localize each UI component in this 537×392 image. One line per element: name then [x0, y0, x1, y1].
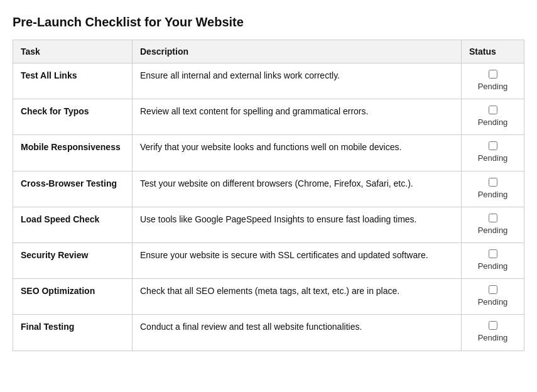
- col-header-status: Status: [462, 40, 524, 63]
- status-cell: Pending: [462, 279, 524, 315]
- status-checkbox[interactable]: [489, 321, 497, 330]
- status-checkbox[interactable]: [489, 70, 497, 79]
- status-label: Pending: [478, 261, 508, 272]
- col-header-description: Description: [133, 40, 462, 63]
- table-row: Load Speed CheckUse tools like Google Pa…: [13, 207, 524, 242]
- status-checkbox[interactable]: [489, 106, 497, 114]
- description-cell: Conduct a final review and test all webs…: [133, 315, 462, 351]
- status-cell: Pending: [462, 135, 524, 171]
- task-cell: Check for Typos: [13, 99, 133, 135]
- task-cell: Mobile Responsiveness: [13, 135, 133, 171]
- description-cell: Check that all SEO elements (meta tags, …: [133, 279, 462, 315]
- status-cell: Pending: [462, 207, 524, 242]
- status-label: Pending: [478, 332, 508, 344]
- description-cell: Ensure all internal and external links w…: [133, 63, 462, 99]
- description-cell: Test your website on different browsers …: [133, 171, 462, 207]
- task-cell: Load Speed Check: [13, 207, 133, 242]
- status-label: Pending: [478, 81, 508, 92]
- table-row: Mobile ResponsivenessVerify that your we…: [13, 135, 524, 171]
- status-label: Pending: [478, 153, 508, 164]
- description-cell: Use tools like Google PageSpeed Insights…: [133, 207, 462, 242]
- status-cell: Pending: [462, 63, 524, 99]
- table-row: SEO OptimizationCheck that all SEO eleme…: [13, 279, 524, 315]
- description-cell: Review all text content for spelling and…: [133, 99, 462, 135]
- table-row: Check for TyposReview all text content f…: [13, 99, 524, 135]
- page-title: Pre-Launch Checklist for Your Website: [13, 15, 524, 30]
- description-cell: Ensure your website is secure with SSL c…: [133, 242, 462, 278]
- task-cell: Test All Links: [13, 63, 133, 99]
- status-cell: Pending: [462, 315, 524, 351]
- status-label: Pending: [478, 297, 508, 308]
- task-cell: Cross-Browser Testing: [13, 171, 133, 207]
- status-label: Pending: [478, 117, 508, 128]
- status-checkbox[interactable]: [489, 178, 497, 187]
- status-cell: Pending: [462, 171, 524, 207]
- status-cell: Pending: [462, 99, 524, 135]
- status-cell: Pending: [462, 242, 524, 278]
- col-header-task: Task: [13, 40, 133, 63]
- checklist-table: Task Description Status Test All LinksEn…: [13, 40, 524, 351]
- table-header-row: Task Description Status: [13, 40, 524, 63]
- task-cell: SEO Optimization: [13, 279, 133, 315]
- status-checkbox[interactable]: [489, 249, 497, 258]
- status-checkbox[interactable]: [489, 214, 497, 222]
- table-row: Security ReviewEnsure your website is se…: [13, 242, 524, 278]
- task-cell: Final Testing: [13, 315, 133, 351]
- table-row: Cross-Browser TestingTest your website o…: [13, 171, 524, 207]
- table-row: Final TestingConduct a final review and …: [13, 315, 524, 351]
- description-cell: Verify that your website looks and funct…: [133, 135, 462, 171]
- status-checkbox[interactable]: [489, 141, 497, 150]
- status-checkbox[interactable]: [489, 285, 497, 294]
- task-cell: Security Review: [13, 242, 133, 278]
- table-row: Test All LinksEnsure all internal and ex…: [13, 63, 524, 99]
- status-label: Pending: [478, 189, 508, 200]
- status-label: Pending: [478, 225, 508, 236]
